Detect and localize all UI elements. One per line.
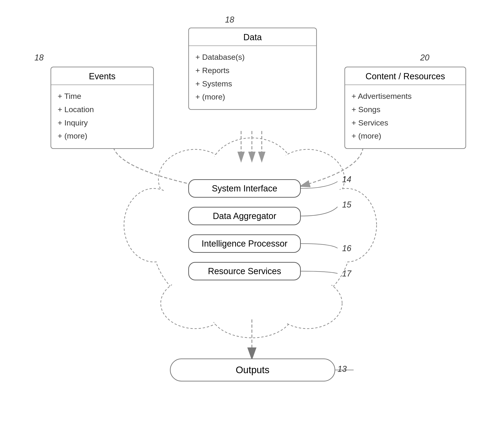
svg-point-8 bbox=[161, 278, 230, 328]
events-box-title: Events bbox=[51, 67, 153, 85]
intelligence-processor-label: Intelligence Processor bbox=[202, 239, 287, 249]
ref-label-14: 14 bbox=[342, 175, 351, 184]
events-box: Events + Time + Location + Inquiry + (mo… bbox=[51, 67, 154, 149]
events-item-1: + Time bbox=[58, 90, 147, 103]
svg-point-6 bbox=[124, 188, 184, 262]
content-item-4: + (more) bbox=[352, 129, 459, 143]
events-item-4: + (more) bbox=[58, 129, 147, 143]
data-item-3: + Systems bbox=[195, 77, 310, 90]
content-item-3: + Services bbox=[352, 116, 459, 130]
data-item-4: + (more) bbox=[195, 90, 310, 104]
resource-services-label: Resource Services bbox=[208, 266, 281, 276]
svg-point-17 bbox=[163, 280, 227, 326]
events-box-content: + Time + Location + Inquiry + (more) bbox=[51, 85, 153, 148]
ref-label-18: 18 bbox=[34, 53, 44, 63]
data-aggregator-label: Data Aggregator bbox=[213, 211, 276, 221]
data-aggregator-box: Data Aggregator bbox=[188, 207, 301, 225]
svg-point-18 bbox=[213, 290, 291, 336]
content-box-content: + Advertisements + Songs + Services + (m… bbox=[345, 85, 465, 148]
content-box: Content / Resources + Advertisements + S… bbox=[344, 67, 466, 149]
data-box: Data + Database(s) + Reports + Systems +… bbox=[188, 28, 317, 110]
intelligence-processor-box: Intelligence Processor bbox=[188, 234, 301, 253]
ref-label-16: 16 bbox=[342, 244, 351, 253]
outputs-box: Outputs bbox=[170, 359, 335, 382]
ref-label-15: 15 bbox=[342, 200, 351, 209]
outputs-label: Outputs bbox=[236, 364, 269, 375]
content-item-2: + Songs bbox=[352, 103, 459, 116]
svg-point-19 bbox=[275, 280, 340, 326]
data-item-2: + Reports bbox=[195, 64, 310, 77]
content-box-title: Content / Resources bbox=[345, 67, 465, 85]
data-item-1: + Database(s) bbox=[195, 51, 310, 64]
ref-label-20: 20 bbox=[420, 53, 429, 63]
ref-label-17: 17 bbox=[342, 269, 351, 279]
system-interface-label: System Interface bbox=[212, 184, 277, 194]
events-item-3: + Inquiry bbox=[58, 116, 147, 130]
resource-services-box: Resource Services bbox=[188, 262, 301, 280]
ref-label-19: 18 bbox=[225, 15, 234, 25]
ref-label-13: 13 bbox=[337, 364, 347, 374]
svg-point-15 bbox=[126, 191, 181, 260]
data-box-title: Data bbox=[189, 28, 316, 46]
svg-point-9 bbox=[210, 287, 293, 338]
system-interface-box: System Interface bbox=[188, 179, 301, 198]
data-box-content: + Database(s) + Reports + Systems + (mor… bbox=[189, 46, 316, 109]
svg-point-10 bbox=[273, 278, 342, 328]
diagram-container: 18 18 20 Data + Database(s) + Reports + … bbox=[0, 0, 504, 438]
content-item-1: + Advertisements bbox=[352, 90, 459, 103]
events-item-2: + Location bbox=[58, 103, 147, 116]
